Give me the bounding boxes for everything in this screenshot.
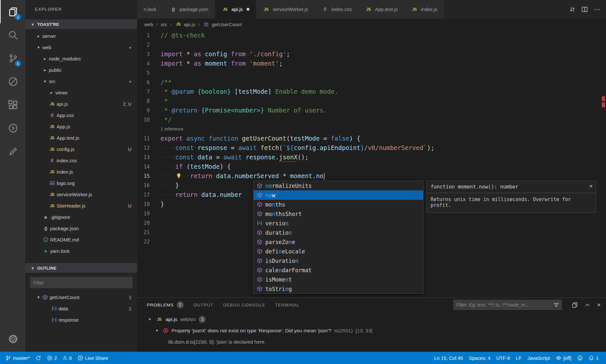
more-actions-button[interactable]: ⋯ [594,6,600,13]
code-line-1[interactable]: 1//·@ts-check [137,31,606,40]
breadcrumb-web[interactable]: web [144,22,153,27]
status-screencast-mode[interactable]: [off] [553,352,574,364]
tree-item-views[interactable]: ▸views [25,87,137,98]
status-notifications[interactable]: 1 [586,352,601,364]
tree-item-package-json[interactable]: {}package.json [25,223,137,234]
panel-tab-debug-console[interactable]: DEBUG CONSOLE [223,303,266,307]
status-indentation[interactable]: Spaces: 4 [466,352,493,364]
tree-item-public[interactable]: ▸public [25,64,137,76]
tab-n-lock[interactable]: n.lock [137,0,163,18]
suggestion-duration[interactable]: duration [254,228,423,237]
code-line-3[interactable]: 3import·*·as·config·from·'./config'; [137,49,606,59]
suggestion-version[interactable]: version [254,219,423,228]
status-eol[interactable]: LF [513,352,524,364]
status-feedback[interactable] [574,352,586,364]
code-line-13[interactable]: 13····const·data·=·await·response.jsonX(… [137,153,606,162]
editor[interactable]: 1//·@ts-check23import·*·as·config·from·'… [137,30,606,297]
code-line-4[interactable]: 4import·*·as·moment·from·'moment'; [137,59,606,68]
tab-index-css[interactable]: #index.css [315,0,358,18]
suggestion-ismoment[interactable]: isMoment [254,275,423,284]
code-line-7[interactable]: 7·*·@param·{boolean}·[testMode]·Enable·d… [137,87,606,96]
status-warnings[interactable]: ⚠0 [60,352,75,364]
problem-file-api-js[interactable]: ▾JSapi.jsweb/src2 [137,314,606,325]
panel-tab-terminal[interactable]: TERMINAL [275,303,300,307]
suggestion-parsezone[interactable]: parseZone [254,237,423,247]
panel-tab-problems[interactable]: PROBLEMS2 [147,301,184,308]
open-changes-button[interactable] [569,6,576,13]
tree-item-readme-md[interactable]: README.md [25,234,137,245]
tree-item-config-js[interactable]: JSconfig.jsU [25,144,137,155]
close-icon[interactable]: × [589,183,593,190]
status-live-share[interactable]: Live Share [75,352,111,364]
code-line-15[interactable]: 15········return·data.numberServed·*·mom… [137,171,606,181]
suggestion-months[interactable]: months [254,200,423,209]
status-sync[interactable] [33,352,44,364]
tree-item-yarn-lock[interactable]: ●yarn.lock [25,245,137,257]
tab-index-js[interactable]: JSindex.js [404,0,444,18]
tree-item-node-modules[interactable]: ▸node_modules [25,53,137,64]
close-panel-button[interactable]: × [597,302,601,308]
split-editor-button[interactable] [581,6,588,13]
code-line-6[interactable]: 6/** [137,78,606,87]
tab-serviceworker-js[interactable]: JSserviceWorker.js [256,0,315,18]
tree-item-gitignore[interactable]: ◆.gitignore [25,211,137,223]
activitybar-source-control[interactable]: 5 [0,47,25,70]
code-line-12[interactable]: 12····const·response·=·await·fetch(`${co… [137,143,606,153]
tree-item-app-test-js[interactable]: JSApp.test.js [25,132,137,144]
outline-item-response[interactable]: response [25,314,137,326]
tree-item-app-js[interactable]: JSApp.js [25,121,137,132]
tab-package-json[interactable]: {}package.json [163,0,215,18]
status-branch[interactable]: master* [3,352,33,364]
tree-item-index-css[interactable]: #index.css [25,155,137,166]
outline-section-header[interactable]: ▾ OUTLINE [25,263,137,273]
problems-filter-input[interactable] [456,302,554,307]
activitybar-settings[interactable] [0,327,25,350]
code-line-10[interactable]: 10·*/ [137,115,606,124]
problem-item[interactable]: ▾Property 'jsonX' does not exist on type… [137,325,606,336]
tree-item-logo-svg[interactable]: logo.svg [25,177,137,189]
breadcrumb-getusercount[interactable]: getUserCount [203,22,242,27]
code-line-9[interactable]: 9·*·@return·{Promise<number>}·Number·of·… [137,106,606,115]
suggestion-now[interactable]: now [254,190,423,200]
collapse-panels-button[interactable] [572,302,578,308]
tree-item-app-css[interactable]: #App.css [25,110,137,121]
maximize-panel-button[interactable] [584,302,590,308]
dirty-indicator[interactable] [247,8,249,11]
breadcrumb-api-js[interactable]: JSapi.js [175,22,195,27]
code-line-8[interactable]: 8·* [137,96,606,106]
tree-item-server[interactable]: ▸server [25,30,137,42]
panel-tab-output[interactable]: OUTPUT [193,303,214,307]
breadcrumb-src[interactable]: src [161,22,167,27]
suggestion-definelocale[interactable]: defineLocale [254,247,423,256]
tree-item-serviceworker-js[interactable]: JSserviceWorker.js [25,189,137,200]
suggestion-tostring[interactable]: toString [254,284,423,294]
outline-item-getusercount[interactable]: ▾getUserCount1 [25,292,137,303]
tree-item-siteheader-js[interactable]: JSSiteHeader.jsU [25,200,137,211]
activitybar-search[interactable] [0,23,25,47]
outline-item-data[interactable]: data1 [25,303,137,314]
code-line-11[interactable]: 11export·async·function·getUserCount(tes… [137,134,606,143]
tab-app-test-js[interactable]: JSApp.test.js [358,0,404,18]
codelens-references[interactable]: 1 reference [160,124,183,134]
code-line-2[interactable]: 2 [137,40,606,49]
suggestion-normalizeunits[interactable]: normalizeUnits [254,181,423,190]
suggestion-monthsshort[interactable]: monthsShort [254,209,423,219]
tree-item-src[interactable]: ▾src● [25,76,137,87]
status-cursor-position[interactable]: Ln 15, Col 45 [431,352,466,364]
activitybar-extensions[interactable] [0,93,25,116]
tree-item-web[interactable]: ▾web● [25,42,137,53]
tab-api-js[interactable]: JSapi.js [215,0,256,18]
tree-item-index-js[interactable]: JSindex.js [25,166,137,177]
activitybar-live-share[interactable] [0,116,25,140]
suggestion-calendarformat[interactable]: calendarFormat [254,265,423,275]
status-encoding[interactable]: UTF-8 [493,352,513,364]
code-line-5[interactable]: 5 [137,68,606,78]
tree-item-api-js[interactable]: JSapi.js2, U [25,98,137,110]
status-language-mode[interactable]: JavaScript [524,352,553,364]
activitybar-edit-session[interactable] [0,140,25,163]
code-line-14[interactable]: 14····if·(testMode)·{ [137,162,606,171]
problem-related-info[interactable]: lib.dom.d.ts[2230, 5]: 'json' is declare… [137,336,606,348]
outline-filter-input[interactable] [30,277,133,288]
suggestion-isduration[interactable]: isDuration [254,256,423,265]
workspace-section-header[interactable]: ▾ TOAST'RE [25,19,137,29]
